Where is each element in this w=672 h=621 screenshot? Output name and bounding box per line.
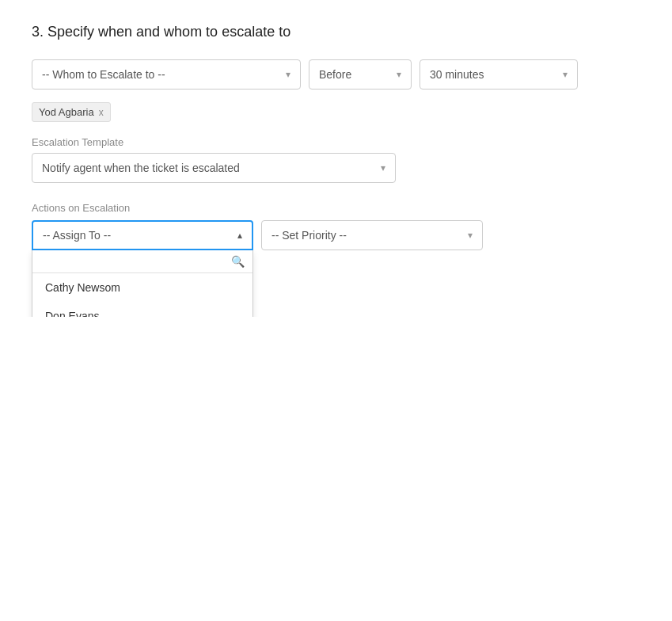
assign-to-wrapper: -- Assign To -- ▴ 🔍 Cathy Newsom Don Eva… xyxy=(32,220,253,250)
actions-label: Actions on Escalation xyxy=(32,202,640,214)
whom-to-escalate-label: -- Whom to Escalate to -- xyxy=(42,68,165,81)
escalation-template-dropdown[interactable]: Notify agent when the ticket is escalate… xyxy=(32,153,396,183)
time-dropdown[interactable]: 30 minutes ▾ xyxy=(420,59,578,90)
assign-to-dropdown[interactable]: -- Assign To -- ▴ xyxy=(32,220,253,250)
whom-to-escalate-dropdown[interactable]: -- Whom to Escalate to -- ▾ xyxy=(32,59,301,90)
time-label: 30 minutes xyxy=(430,68,484,81)
before-dropdown[interactable]: Before ▾ xyxy=(309,59,412,90)
assignee-tag: Yod Agbaria x xyxy=(32,102,111,122)
search-icon: 🔍 xyxy=(231,255,245,268)
escalation-template-value: Notify agent when the ticket is escalate… xyxy=(42,162,240,174)
section-title: 3. Specify when and whom to escalate to xyxy=(32,24,640,40)
search-box: 🔍 xyxy=(32,250,252,273)
chevron-down-icon: ▾ xyxy=(381,162,385,173)
list-item[interactable]: Don Evans xyxy=(32,302,252,317)
list-item[interactable]: Cathy Newsom xyxy=(32,273,252,302)
escalation-template-label: Escalation Template xyxy=(32,136,640,148)
set-priority-dropdown[interactable]: -- Set Priority -- ▾ xyxy=(261,220,483,250)
search-input[interactable] xyxy=(40,256,231,268)
chevron-down-icon: ▾ xyxy=(563,69,568,80)
chevron-down-icon: ▾ xyxy=(397,69,401,80)
tag-label: Yod Agbaria xyxy=(39,106,94,118)
chevron-up-icon: ▴ xyxy=(237,230,242,241)
assign-to-menu: 🔍 Cathy Newsom Don Evans James Carter Ju… xyxy=(32,250,253,317)
assign-to-label: -- Assign To -- xyxy=(43,229,111,242)
chevron-down-icon: ▾ xyxy=(468,230,473,241)
set-priority-label: -- Set Priority -- xyxy=(271,229,347,242)
chevron-down-icon: ▾ xyxy=(286,69,290,80)
tag-close-button[interactable]: x xyxy=(99,107,104,118)
before-label: Before xyxy=(319,68,351,81)
